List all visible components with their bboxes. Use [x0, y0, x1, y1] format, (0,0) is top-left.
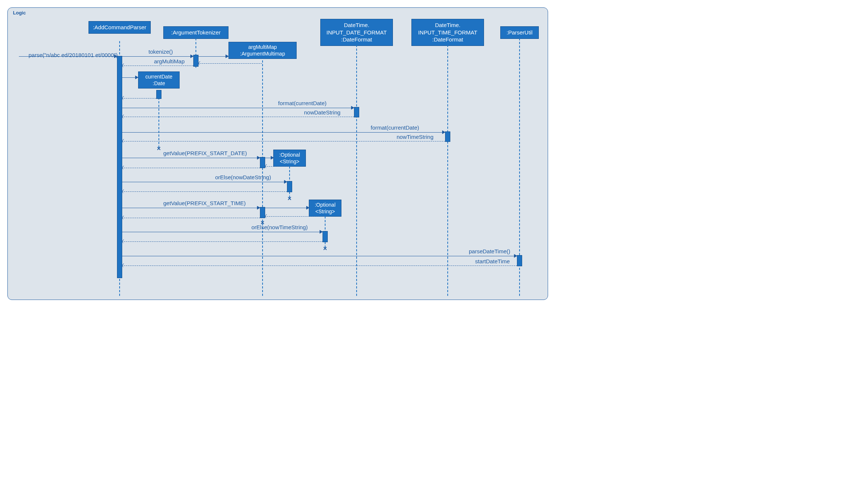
- activation-pu: [517, 255, 522, 266]
- lifeline-dash-itf: [447, 45, 448, 296]
- arrow-ret-opt1-amm: [264, 164, 268, 168]
- line-orelse1: [122, 182, 287, 182]
- activation-cd: [156, 90, 161, 99]
- line-format1: [122, 108, 354, 108]
- msg-nowtime: nowTimeString: [397, 134, 433, 140]
- arrow-ret-startdt: [121, 263, 126, 267]
- arrow-tokenize: [190, 54, 194, 58]
- activation-opt1: [287, 181, 292, 192]
- line-parsedt: [122, 256, 517, 256]
- line-parse: [19, 56, 117, 57]
- msg-parsedt: parseDateTime(): [469, 248, 510, 254]
- arrow-ret-amm: [121, 63, 126, 67]
- arrow-ret-amm-tok: [198, 61, 202, 65]
- msg-argmultimap-ret: argMultiMap: [154, 58, 185, 64]
- arrow-ret-opt2-amm: [264, 214, 268, 218]
- arrow-getval1: [257, 156, 260, 160]
- msg-nowdate: nowDateString: [304, 109, 340, 116]
- msg-orelse1: orElse(nowDateString): [215, 174, 271, 180]
- ret-getval2: [122, 218, 260, 218]
- arrow-getval2: [257, 206, 260, 210]
- lifeline-add-command-parser: :AddCommandParser: [89, 21, 151, 34]
- arrow-ret-getval1: [121, 166, 126, 170]
- ret-cd: [122, 98, 156, 99]
- lifeline-argument-tokenizer: :ArgumentTokenizer: [163, 26, 228, 39]
- line-create-opt2: [265, 208, 308, 208]
- line-format2: [122, 132, 445, 133]
- lifeline-dash-idf: [356, 45, 357, 296]
- frame-label: Logic: [13, 10, 26, 16]
- msg-getval2: getValue(PREFIX_START_TIME): [163, 200, 246, 206]
- line-getval1: [122, 158, 260, 158]
- lifeline-input-date-format: DateTime. INPUT_DATE_FORMAT :DateFormat: [320, 19, 393, 46]
- arrow-ret-orelse2: [121, 239, 126, 243]
- arrow-ret-cd: [121, 96, 126, 100]
- arrow-create-cd: [135, 76, 138, 79]
- lifeline-arg-multimap: argMultiMap :ArgumentMultimap: [228, 42, 297, 59]
- arrow-ret-getval2: [121, 216, 126, 220]
- activation-itf: [445, 131, 450, 142]
- ret-orelse1: [122, 191, 287, 192]
- line-orelse2: [122, 232, 323, 232]
- arrow-create-opt2: [306, 206, 310, 210]
- ret-opt2-amm: [265, 216, 324, 217]
- arrow-ret-nowdate: [121, 114, 126, 119]
- lifeline-parser-util: :ParserUtil: [500, 26, 539, 39]
- activation-idf: [354, 107, 359, 117]
- arrow-create-opt1: [271, 156, 274, 160]
- lifeline-input-time-format: DateTime. INPUT_TIME_FORMAT :DateFormat: [411, 19, 484, 46]
- activation-opt2: [323, 231, 328, 242]
- msg-startdt: startDateTime: [475, 258, 510, 264]
- msg-format2: format(currentDate): [371, 124, 419, 131]
- arrow-format1: [351, 106, 354, 110]
- msg-orelse2: orElse(nowTimeString): [251, 224, 308, 230]
- destroy-opt2: ✕: [323, 246, 327, 251]
- msg-parse: parse("n/abc ed/20180101 et/0000"): [29, 51, 116, 59]
- activation-tokenizer: [193, 55, 198, 67]
- destroy-cd: ✕: [157, 146, 161, 151]
- lifeline-current-date: currentDate :Date: [138, 71, 180, 89]
- ret-nowtime: [122, 141, 445, 141]
- activation-acp: [117, 56, 122, 278]
- ret-argmultimap: [122, 66, 193, 66]
- lifeline-optional1: :Optional <String>: [273, 150, 306, 167]
- ret-getval1: [122, 168, 260, 168]
- arrow-orelse2: [320, 230, 323, 234]
- arrow-ret-nowtime: [121, 139, 126, 143]
- arrow-format2: [442, 130, 445, 134]
- lifeline-optional2: :Optional <String>: [309, 200, 341, 217]
- arrow-ret-orelse1: [121, 189, 126, 193]
- line-tokenize: [122, 56, 193, 57]
- arrow-orelse1: [284, 180, 287, 184]
- msg-format1: format(currentDate): [278, 100, 327, 106]
- ret-nowdate: [122, 117, 354, 117]
- ret-orelse2: [122, 241, 323, 242]
- msg-getval1: getValue(PREFIX_START_DATE): [163, 150, 247, 156]
- msg-tokenize: tokenize(): [148, 49, 173, 55]
- arrow-parse: [114, 54, 117, 58]
- ret-opt1-amm: [265, 166, 289, 167]
- ret-amm-tokenizer: [198, 63, 262, 64]
- destroy-opt1: ✕: [287, 196, 292, 201]
- line-create-amm: [198, 56, 228, 57]
- ret-startdt: [122, 266, 517, 266]
- arrow-create-amm: [226, 54, 229, 58]
- arrow-parsedt: [514, 254, 517, 258]
- logic-frame: Logic :AddCommandParser :ArgumentTokeniz…: [7, 7, 548, 300]
- line-getval2: [122, 208, 260, 208]
